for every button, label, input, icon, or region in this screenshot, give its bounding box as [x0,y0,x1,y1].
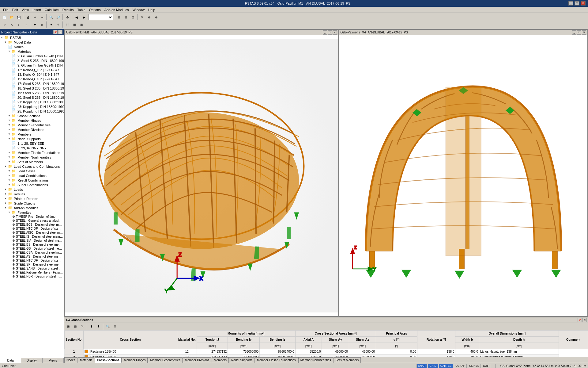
grid-close-btn[interactable]: ✕ [582,318,587,322]
tb2-1[interactable]: ⤢ [1,21,8,28]
tree-item-nodal-1[interactable]: 📄1: 1-28; EEY EEE [0,141,64,146]
tree-item-timber-pro[interactable]: ⚙TIMBER Pro - Design of timb [0,215,64,219]
tab-sets-of-members[interactable]: Sets of Members [334,357,361,363]
tb2-2[interactable]: ⤡ [8,21,15,28]
menu-item-file[interactable]: File [1,8,10,12]
tb-extra-1[interactable]: ⊞ [115,14,122,21]
tree-item-results[interactable]: ▼📁Results [0,192,64,196]
status-buttons[interactable]: SNAPGRIDCARTESOSNAPGLINESDXF [417,364,490,368]
tree-item-mat-3[interactable]: 📄3: Steel S 235 | DIN 18800:1990- [0,58,64,63]
data-grid-scroll[interactable]: Section No.Cross-SectionMaterial No.Mome… [64,330,588,357]
menu-item-view[interactable]: View [20,8,31,12]
status-btn-grid[interactable]: GRID [428,364,438,368]
status-btn-snap[interactable]: SNAP [417,364,427,368]
tree-item-mat-9[interactable]: 📄9: Glulam Timber GL24h | DIN [0,63,64,67]
menu-item-options[interactable]: Options [87,8,103,12]
grid-pin-btn[interactable]: 📌 [578,318,582,322]
grid-tb-4[interactable]: ⬆ [88,323,95,330]
nav-tab-views[interactable]: Views [43,358,64,363]
vp1-max-btn[interactable]: □ [328,30,332,35]
viewport-1-controls[interactable]: _ □ ✕ [323,30,337,35]
tree-item-steel-gb[interactable]: ⚙STEEL GB - Design of steel membe [0,247,64,251]
tree-item-mat-2[interactable]: 📄2: Glulam Timber GL24h | DIN [0,54,64,58]
viewport-2-controls[interactable]: _ □ ✕ [572,30,586,35]
tb2-7[interactable]: ✦ [48,21,55,28]
status-btn-glines[interactable]: GLINES [468,364,481,368]
tree-item-load-cases-comb[interactable]: ▼📁Load Cases and Combinations [0,164,64,169]
new-btn[interactable]: 📄 [1,14,8,21]
close-btn[interactable]: ✕ [581,1,586,6]
tree-item-steel-ec3[interactable]: ⚙STEEL EC3 - Design of steel memb [0,223,64,227]
tb-extra-5[interactable]: ⊕ [146,14,153,21]
tree-item-mat-20[interactable]: 📄20: Steel S 235 | DIN 18800:199C [0,95,64,100]
vp2-close-btn[interactable]: ✕ [582,30,586,35]
tree-item-steel-sia[interactable]: ⚙STEEL SIA - Design of steel memb [0,239,64,243]
tree-item-addon-modules[interactable]: ▼📁Add-on Modules [0,205,64,210]
nav-prev-btn[interactable]: ◀ [73,14,80,21]
grid-tb-1[interactable]: ⊞ [65,323,72,330]
status-btn-cartes[interactable]: CARTES [439,364,453,368]
tree-item-model-data[interactable]: ▼📁Model Data [0,40,64,44]
tree-item-mat-21[interactable]: 📄21: Kopplung | DIN 18800:1990 [0,100,64,104]
tab-nodes[interactable]: Nodes [64,357,77,363]
tree-item-steel-aisc[interactable]: ⚙STEEL AISC - Design of steel mem [0,231,64,235]
tree-item-steel-csa2[interactable]: ⚙STEEL CSA - Design of steel memb [0,251,64,255]
tree-item-steel-ntcdf2[interactable]: ⚙STEEL NTC-DF - Design of steel m [0,259,64,263]
tab-nodal-supports[interactable]: Nodal Supports [229,357,254,363]
table-row[interactable]: 1Rectangle 138/4001227433713273600000087… [65,349,588,355]
open-btn[interactable]: 📂 [8,14,15,21]
tree-item-mat-19[interactable]: 📄19: Steel S 235 | DIN 18800:199C [0,90,64,95]
tree-item-rstab[interactable]: ▼📁RSTAB [0,35,64,40]
nav-next-btn[interactable]: ▶ [81,14,88,21]
tb-extra-3[interactable]: ⊠ [130,14,136,21]
tree-item-steel-csa[interactable]: ⚙STEEL - General stress analysis of s [0,219,64,223]
tree-item-printout-reports[interactable]: ▼📁Printout Reports [0,196,64,201]
grid-tb-5[interactable]: ⬇ [95,323,102,330]
tab-member-nonlinearities[interactable]: Member Nonlinearities [298,357,333,363]
menu-item-edit[interactable]: Edit [10,8,20,12]
tb2-8[interactable]: ✧ [55,21,62,28]
vp1-close-btn[interactable]: ✕ [333,30,337,35]
status-btn-osnap[interactable]: OSNAP [454,364,467,368]
nav-close-btn[interactable]: ✕ [58,30,62,34]
tree-item-member-eccentricities[interactable]: ▼📁Member Eccentricities [0,123,64,127]
window-controls[interactable]: _ □ ✕ [568,1,586,6]
tree-item-materials[interactable]: ▼📁Materials [0,49,64,54]
tree-item-mat-13[interactable]: 📄13: Kerto-Q_30° | Z-9.1-847 [0,72,64,77]
tree-item-cross-sections[interactable]: ▼📁Cross-Sections [0,113,64,118]
tree-item-mat-15[interactable]: 📄15: Kerto-Q_10° | Z-9.1-847 [0,77,64,81]
tree-item-steel-ntc-df[interactable]: ⚙STEEL NTC-DF - Design of steel mem [0,227,64,231]
tab-materials[interactable]: Materials [78,357,95,363]
tree-item-nodal-supports[interactable]: ▼📁Nodal Supports [0,136,64,141]
tree-item-sets-of-members[interactable]: ▼📁Sets of Members [0,159,64,164]
tree-item-steel-nbr[interactable]: ⚙STEEL NBR - Design of steel mem l [0,274,64,278]
menu-item-help[interactable]: Help [146,8,157,12]
tree-item-steel-is[interactable]: ⚙STEEL IS - Design of steel member [0,235,64,239]
tree-item-super-combinations[interactable]: ▼📁Super Combinations [0,182,64,187]
lc-combo[interactable]: LC2 - a [89,14,113,20]
status-btn-dxf[interactable]: DXF [482,364,490,368]
tb2-11[interactable]: ⊞ [78,21,85,28]
tree-item-member-hinges[interactable]: ▼📁Member Hinges [0,118,64,123]
tb2-6[interactable]: ◈ [39,21,45,28]
tb2-4[interactable]: ↔ [22,21,29,28]
maximize-btn[interactable]: □ [575,1,579,6]
redo-btn[interactable]: ↪ [39,14,45,21]
tb2-10[interactable]: ▦ [71,21,78,28]
nav-pin-btn[interactable]: 📌 [53,30,58,34]
tree-item-result-combinations[interactable]: ▼📁Result Combinations [0,178,64,182]
menu-item-window[interactable]: Window [131,8,146,12]
tree-item-guide-objects[interactable]: ▼📁Guide Objects [0,201,64,205]
tree-item-load-cases[interactable]: ▼📁Load Cases [0,169,64,173]
vp1-min-btn[interactable]: _ [323,30,327,35]
tree-item-member-elastic[interactable]: ▼📁Member Elastic Foundations [0,150,64,155]
tree-item-member-divisions[interactable]: ▼📁Member Divisions [0,127,64,132]
tab-member-eccentricities[interactable]: Member Eccentricities [148,357,182,363]
tree-item-members[interactable]: ▼📁Members [0,132,64,136]
tree-item-mat-17[interactable]: 📄17: Steel S 235 | DIN 18800:199C [0,81,64,86]
tree-item-steel-fatigue[interactable]: ⚙STEEL Fatigue Members - Fatigue [0,270,64,274]
tree-item-steel-sp[interactable]: ⚙STEEL SP - Design of steel membe [0,263,64,266]
tree-item-mat-23[interactable]: 📄23: Kopplung | DIN 18800:1990 [0,104,64,109]
grid-tb-3[interactable]: ✎ [79,323,86,330]
tb2-5[interactable]: ✱ [32,21,38,28]
